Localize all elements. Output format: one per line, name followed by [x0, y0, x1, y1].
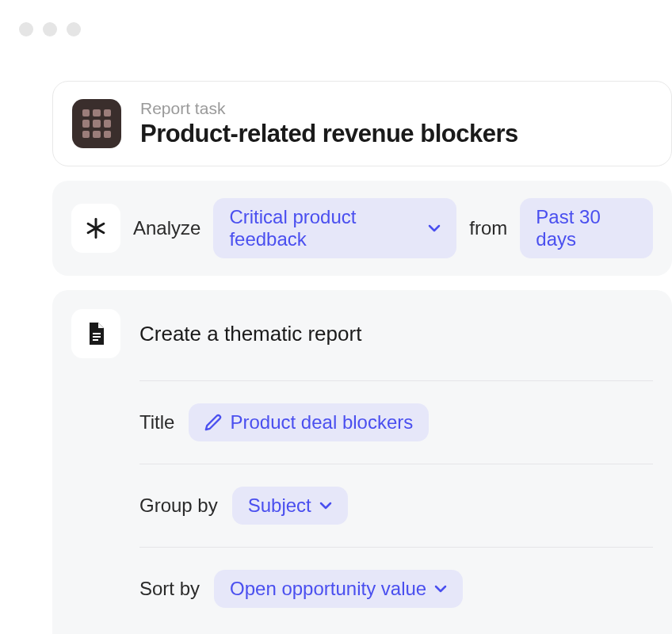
- window-controls: [0, 0, 672, 36]
- title-chip[interactable]: Product deal blockers: [189, 403, 429, 441]
- divider: [139, 464, 653, 464]
- waffle-icon: [82, 109, 111, 138]
- svg-rect-5: [93, 339, 98, 341]
- window-dot: [67, 22, 81, 36]
- sort-field-row: Sort by Open opportunity value: [139, 570, 653, 608]
- report-heading: Create a thematic report: [139, 322, 361, 346]
- document-icon: [86, 323, 105, 345]
- chevron-down-icon: [428, 224, 441, 232]
- title-field-label: Title: [139, 411, 174, 433]
- feedback-chip-label: Critical product feedback: [229, 206, 420, 250]
- from-label: from: [469, 217, 507, 239]
- svg-rect-4: [93, 336, 101, 338]
- sort-field-label: Sort by: [139, 578, 200, 600]
- analyze-icon-box: [71, 204, 120, 253]
- sort-chip[interactable]: Open opportunity value: [214, 570, 463, 608]
- app-icon: [72, 99, 121, 148]
- group-chip[interactable]: Subject: [232, 487, 348, 525]
- svg-rect-3: [93, 333, 101, 334]
- chevron-down-icon: [434, 585, 447, 593]
- period-chip[interactable]: Past 30 days: [520, 198, 653, 258]
- header-subtitle: Report task: [140, 99, 518, 118]
- header-title: Product-related revenue blockers: [140, 120, 518, 148]
- window-dot: [43, 22, 57, 36]
- group-field-row: Group by Subject: [139, 487, 653, 525]
- divider: [139, 380, 653, 381]
- feedback-chip[interactable]: Critical product feedback: [213, 198, 456, 258]
- divider: [139, 547, 653, 548]
- sort-value: Open opportunity value: [230, 578, 426, 600]
- title-field-row: Title Product deal blockers: [139, 403, 653, 441]
- group-value: Subject: [248, 495, 311, 517]
- chevron-down-icon: [319, 502, 332, 510]
- asterisk-icon: [85, 217, 107, 239]
- report-task-header: Report task Product-related revenue bloc…: [52, 81, 672, 166]
- title-value: Product deal blockers: [230, 411, 413, 433]
- report-section: Create a thematic report Title Product d…: [52, 290, 672, 634]
- pencil-icon: [204, 414, 222, 431]
- analyze-label: Analyze: [133, 217, 200, 239]
- report-icon-box: [71, 309, 120, 358]
- analyze-section: Analyze Critical product feedback from P…: [52, 181, 672, 276]
- group-field-label: Group by: [139, 495, 218, 517]
- window-dot: [19, 22, 33, 36]
- period-chip-label: Past 30 days: [536, 206, 637, 250]
